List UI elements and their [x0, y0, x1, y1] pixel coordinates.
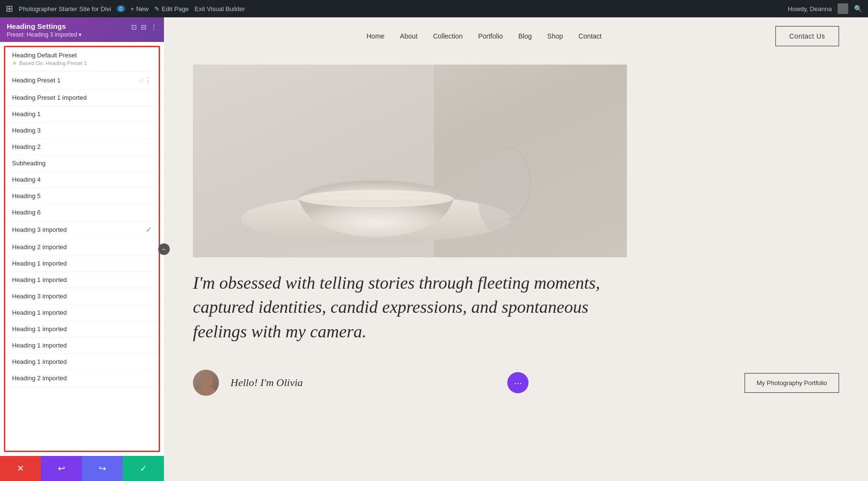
preset-item-name: Heading Preset 1 — [12, 77, 139, 84]
preset-item[interactable]: Heading 1 — [5, 106, 159, 122]
panel-preset-label[interactable]: Preset: Heading 3 imported ▾ — [7, 31, 81, 38]
preset-item[interactable]: Heading 3 imported✓ — [5, 221, 159, 239]
star-icon: ★ — [12, 60, 17, 67]
edit-page-link[interactable]: ✎ Edit Page — [154, 5, 189, 13]
preset-item-name: Heading 5 — [12, 192, 152, 200]
svg-point-5 — [309, 192, 444, 206]
panel-icon-split[interactable]: ⊟ — [141, 23, 147, 31]
preset-item-name: Heading 2 — [12, 143, 152, 150]
preset-item[interactable]: Heading 1 imported — [5, 321, 159, 337]
site-navigation: HomeAboutCollectionPortfolioBlogShopCont… — [164, 17, 868, 55]
preset-item-name: Heading 2 imported — [12, 374, 152, 382]
preset-item[interactable]: Heading 4 — [5, 172, 159, 188]
profile-name: Hello! I'm Olivia — [231, 376, 303, 389]
preset-item[interactable]: Subheading — [5, 155, 159, 172]
preset-item[interactable]: Heading 6 — [5, 204, 159, 221]
avatar-icon[interactable] — [838, 3, 848, 14]
wp-logo-icon[interactable]: ⊞ — [6, 3, 13, 14]
preset-item[interactable]: Heading 2 imported — [5, 239, 159, 255]
nav-link[interactable]: Collection — [433, 32, 462, 40]
new-content-link[interactable]: + New — [131, 5, 149, 13]
contact-us-button[interactable]: Contact Us — [775, 26, 839, 46]
avatar-svg — [193, 370, 219, 396]
preset-items-container: Heading Preset 1☆⋮Heading Preset 1 impor… — [5, 71, 159, 387]
nav-link[interactable]: Contact — [579, 32, 602, 40]
profile-row: Hello! I'm Olivia ··· My Photography Por… — [164, 358, 868, 407]
profile-avatar — [193, 370, 219, 396]
preset-item-name: Heading 3 imported — [12, 293, 152, 300]
svg-point-7 — [196, 386, 216, 396]
hero-section: I'm obsessed with telling stories throug… — [164, 55, 868, 358]
exit-vb-link[interactable]: Exit Visual Builder — [195, 5, 245, 13]
panel-icon-more[interactable]: ⋮ — [150, 23, 157, 31]
comment-count[interactable]: 0 — [117, 5, 124, 12]
plus-icon: + — [131, 5, 135, 13]
fab-button[interactable]: ··· — [507, 372, 529, 393]
check-icon: ✓ — [146, 225, 152, 234]
preset-item[interactable]: Heading 1 imported — [5, 272, 159, 288]
panel-bottom-bar: ✕ ↩ ↪ ✓ — [0, 456, 164, 481]
nav-link[interactable]: Shop — [547, 32, 563, 40]
pencil-icon: ✎ — [154, 5, 160, 13]
preset-item-default[interactable]: Heading Default Preset ★ Based On: Headi… — [5, 47, 159, 71]
preset-item-name: Heading 1 imported — [12, 358, 152, 365]
hero-image — [193, 65, 627, 257]
nav-link[interactable]: Portfolio — [478, 32, 502, 40]
preset-item-name: Heading 3 — [12, 127, 152, 134]
preset-item[interactable]: Heading 3 — [5, 122, 159, 139]
portfolio-button[interactable]: My Photography Portfolio — [745, 373, 839, 393]
resize-handle[interactable]: ↔ — [158, 243, 170, 255]
hero-quote: I'm obsessed with telling stories throug… — [193, 271, 627, 344]
preset-item[interactable]: Heading 1 imported — [5, 255, 159, 272]
nav-link[interactable]: About — [400, 32, 418, 40]
preset-item[interactable]: Heading 2 — [5, 139, 159, 155]
preset-item[interactable]: Heading 5 — [5, 188, 159, 204]
preset-item-name: Heading 4 — [12, 176, 152, 183]
preset-item-name: Heading 1 imported — [12, 276, 152, 283]
preset-item-name: Heading 2 imported — [12, 243, 152, 251]
howdy-text: Howdy, Deanna — [787, 5, 832, 13]
search-icon[interactable]: 🔍 — [854, 5, 862, 13]
preset-item-name: Heading 6 — [12, 209, 152, 216]
preset-item-name: Heading 3 imported — [12, 226, 146, 233]
nav-links-container: HomeAboutCollectionPortfolioBlogShopCont… — [366, 32, 602, 40]
star-icon: ☆ — [139, 77, 144, 84]
preset-item-name: Heading 1 — [12, 110, 152, 118]
preset-item-name: Subheading — [12, 160, 152, 167]
preset-item-name: Heading 1 imported — [12, 325, 152, 333]
panel-title: Heading Settings — [7, 22, 81, 30]
panel-header-icons: ⊡ ⊟ ⋮ — [131, 23, 157, 31]
site-name-link[interactable]: Photographer Starter Site for Divi — [19, 5, 111, 13]
admin-bar: ⊞ Photographer Starter Site for Divi 0 +… — [0, 0, 868, 17]
hero-illustration — [193, 65, 627, 257]
preset-item[interactable]: Heading 1 imported — [5, 354, 159, 370]
preset-item[interactable]: Heading 2 imported — [5, 370, 159, 387]
preset-item-name: Heading 1 imported — [12, 309, 152, 316]
panel-icon-fullscreen[interactable]: ⊡ — [131, 23, 137, 31]
preset-list: Heading Default Preset ★ Based On: Headi… — [4, 46, 160, 452]
preset-item-name: Heading Preset 1 imported — [12, 94, 152, 101]
main-content: HomeAboutCollectionPortfolioBlogShopCont… — [164, 17, 868, 481]
preset-item[interactable]: Heading 1 imported — [5, 305, 159, 321]
close-button[interactable]: ✕ — [0, 456, 41, 481]
preset-item-name: Heading 1 imported — [12, 260, 152, 267]
preset-item-name: Heading 1 imported — [12, 342, 152, 349]
preset-item[interactable]: Heading 3 imported — [5, 288, 159, 305]
more-icon: ··· — [514, 377, 522, 388]
undo-button[interactable]: ↩ — [41, 456, 82, 481]
nav-link[interactable]: Home — [366, 32, 384, 40]
preset-name-default: Heading Default Preset — [12, 52, 87, 59]
more-dots-icon[interactable]: ⋮ — [144, 76, 152, 85]
preset-item[interactable]: Heading 1 imported — [5, 337, 159, 354]
preset-item[interactable]: Heading Preset 1 imported — [5, 90, 159, 106]
redo-button[interactable]: ↪ — [82, 456, 123, 481]
save-button[interactable]: ✓ — [123, 456, 164, 481]
preset-item[interactable]: Heading Preset 1☆⋮ — [5, 71, 159, 90]
preset-based-on: ★ Based On: Heading Preset 1 — [12, 60, 87, 67]
comment-bubble: 0 — [117, 5, 124, 12]
nav-link[interactable]: Blog — [518, 32, 532, 40]
heading-settings-panel: Heading Settings Preset: Heading 3 impor… — [0, 17, 164, 481]
panel-header: Heading Settings Preset: Heading 3 impor… — [0, 17, 164, 42]
svg-point-6 — [199, 374, 213, 387]
hero-text: I'm obsessed with telling stories throug… — [193, 271, 627, 344]
